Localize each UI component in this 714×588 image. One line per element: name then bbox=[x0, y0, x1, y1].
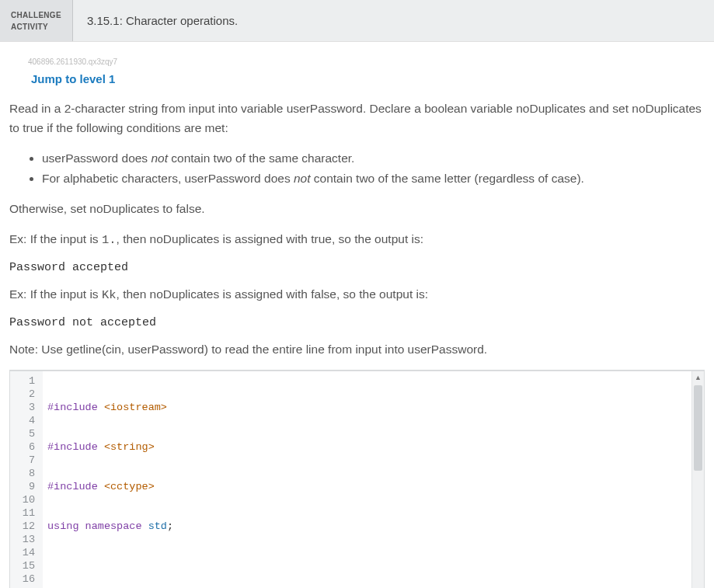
line-number: 10 bbox=[10, 493, 38, 506]
line-number: 11 bbox=[10, 506, 38, 520]
line-number: 1 bbox=[10, 374, 38, 388]
bullet1-text-a: userPassword does bbox=[42, 151, 151, 165]
code-line[interactable]: #include <iostream> bbox=[47, 401, 704, 414]
line-number: 2 bbox=[10, 388, 38, 401]
ex2-text-b: , then noDuplicates is assigned with fal… bbox=[117, 287, 429, 301]
scrollbar-thumb[interactable] bbox=[694, 385, 702, 471]
bullet2-not: not bbox=[294, 172, 311, 185]
activity-title: 3.15.1: Character operations. bbox=[73, 0, 252, 41]
condition-item-1: userPassword does not contain two of the… bbox=[42, 149, 705, 169]
challenge-badge: CHALLENGE ACTIVITY bbox=[0, 0, 73, 41]
bullet2-text-a: For alphabetic characters, userPassword … bbox=[42, 172, 294, 185]
intro-paragraph: Read in a 2-character string from input … bbox=[9, 99, 705, 138]
bullet1-not: not bbox=[151, 151, 168, 165]
scroll-up-arrow-icon[interactable]: ▲ bbox=[692, 371, 704, 384]
ex2-code: Kk bbox=[102, 288, 117, 302]
ex1-code: 1. bbox=[102, 233, 117, 247]
line-number: 9 bbox=[10, 480, 38, 493]
example2-output: Password not accepted bbox=[9, 316, 705, 329]
activity-header: CHALLENGE ACTIVITY 3.15.1: Character ope… bbox=[0, 0, 714, 42]
line-number: 3 bbox=[10, 401, 38, 414]
code-area[interactable]: #include <iostream> #include <string> #i… bbox=[43, 371, 704, 588]
jump-to-level-link[interactable]: Jump to level 1 bbox=[31, 72, 115, 85]
code-line[interactable] bbox=[47, 559, 704, 572]
badge-line1: CHALLENGE bbox=[11, 9, 61, 21]
code-editor[interactable]: 1 2 3 4 5 6 7 8 9 10 11 12 13 14 15 16 1… bbox=[9, 370, 705, 588]
line-number: 5 bbox=[10, 427, 38, 440]
line-number: 7 bbox=[10, 454, 38, 467]
line-number: 4 bbox=[10, 414, 38, 427]
line-number: 16 bbox=[10, 572, 38, 586]
example1-paragraph: Ex: If the input is 1., then noDuplicate… bbox=[9, 230, 705, 250]
line-number: 14 bbox=[10, 546, 38, 559]
editor-viewport[interactable]: 1 2 3 4 5 6 7 8 9 10 11 12 13 14 15 16 1… bbox=[10, 371, 704, 588]
line-number: 12 bbox=[10, 520, 38, 533]
condition-item-2: For alphabetic characters, userPassword … bbox=[42, 169, 705, 189]
code-line[interactable]: #include <string> bbox=[47, 440, 704, 454]
badge-line2: ACTIVITY bbox=[11, 21, 61, 33]
line-number: 8 bbox=[10, 467, 38, 480]
note-paragraph: Note: Use getline(cin, userPassword) to … bbox=[9, 340, 705, 360]
line-number-gutter: 1 2 3 4 5 6 7 8 9 10 11 12 13 14 15 16 1… bbox=[10, 371, 43, 588]
scrollbar-track[interactable]: ▲ ▼ bbox=[691, 371, 704, 588]
line-number: 15 bbox=[10, 559, 38, 572]
otherwise-paragraph: Otherwise, set noDuplicates to false. bbox=[9, 200, 705, 219]
bullet1-text-b: contain two of the same character. bbox=[168, 151, 354, 165]
bullet2-text-b: contain two of the same letter (regardle… bbox=[311, 172, 584, 185]
example2-paragraph: Ex: If the input is Kk, then noDuplicate… bbox=[9, 285, 705, 305]
code-line[interactable]: using namespace std; bbox=[47, 520, 704, 533]
content-area: 406896.2611930.qx3zqy7 Jump to level 1 R… bbox=[0, 42, 714, 588]
ex1-text-b: , then noDuplicates is assigned with tru… bbox=[117, 232, 423, 245]
conditions-list: userPassword does not contain two of the… bbox=[9, 149, 705, 190]
line-number: 13 bbox=[10, 533, 38, 546]
code-line[interactable]: #include <cctype> bbox=[47, 480, 704, 493]
ex1-text-a: Ex: If the input is bbox=[9, 232, 102, 245]
line-number: 6 bbox=[10, 440, 38, 454]
ex2-text-a: Ex: If the input is bbox=[9, 287, 102, 301]
example1-output: Password accepted bbox=[9, 261, 705, 274]
activity-id: 406896.2611930.qx3zqy7 bbox=[28, 57, 705, 66]
